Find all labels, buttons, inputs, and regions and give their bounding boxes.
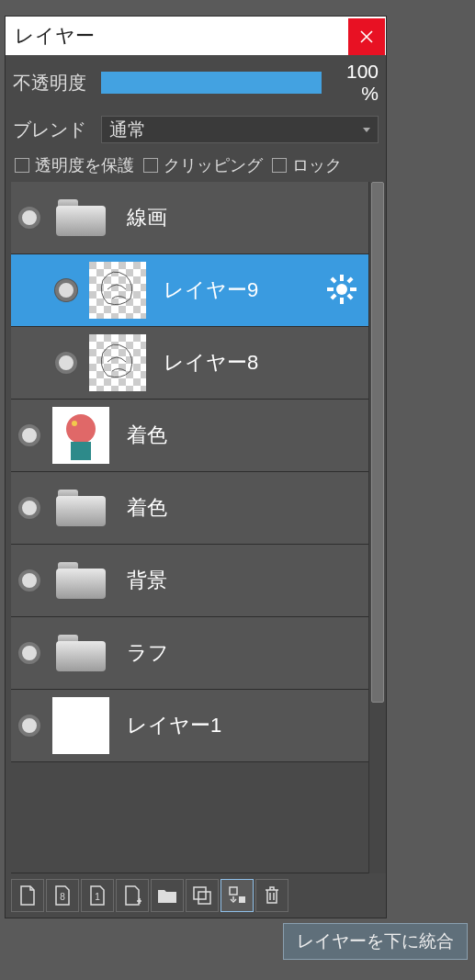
folder-icon	[56, 490, 106, 526]
layer-row[interactable]: 背景	[11, 545, 368, 617]
layer-name: レイヤー1	[114, 712, 368, 739]
layer-name: 着色	[114, 422, 368, 449]
svg-rect-3	[327, 287, 334, 291]
layer-thumbnail	[48, 405, 114, 466]
folder-icon	[56, 199, 106, 236]
layer-row[interactable]: レイヤー9	[11, 254, 368, 327]
panel-title: レイヤー	[6, 23, 95, 49]
layer-row[interactable]: レイヤー8	[11, 327, 368, 400]
layer-visibility-toggle[interactable]	[48, 352, 85, 374]
svg-rect-14	[194, 887, 206, 899]
blend-row: ブレンド 通常	[6, 110, 386, 149]
layer-thumbnail	[48, 187, 114, 248]
svg-point-11	[72, 421, 77, 426]
svg-rect-6	[346, 293, 353, 299]
opacity-row: 不透明度 100 %	[6, 55, 386, 110]
layer-thumbnail	[85, 332, 151, 393]
layer-visibility-toggle[interactable]	[48, 279, 85, 301]
svg-rect-4	[350, 287, 356, 291]
protect-opacity-checkbox[interactable]: 透明度を保護	[11, 152, 138, 178]
svg-point-0	[336, 284, 347, 295]
layer-name: レイヤー8	[151, 349, 368, 377]
layer-row[interactable]: レイヤー1	[11, 690, 368, 762]
svg-rect-1	[340, 275, 344, 281]
layer-visibility-toggle[interactable]	[11, 207, 48, 229]
new-layer-button[interactable]	[11, 879, 44, 912]
layer-name: レイヤー9	[151, 276, 326, 304]
layer-visibility-toggle[interactable]	[11, 642, 48, 664]
new-folder-button[interactable]	[151, 879, 184, 912]
layer-row[interactable]: 着色	[11, 400, 368, 472]
new-layer-1bit-button[interactable]: 1	[81, 879, 114, 912]
layer-name: 線画	[114, 204, 368, 231]
add-layer-button[interactable]	[116, 879, 149, 912]
blend-mode-value: 通常	[109, 118, 146, 142]
svg-rect-5	[330, 276, 336, 283]
layer-name: 着色	[114, 494, 368, 522]
merge-down-button[interactable]	[221, 879, 254, 912]
layer-row[interactable]: 着色	[11, 472, 368, 545]
folder-icon	[56, 635, 106, 671]
folder-icon	[56, 562, 106, 599]
layer-visibility-toggle[interactable]	[11, 569, 48, 591]
layers-panel: レイヤー 不透明度 100 % ブレンド 通常 透明度を保護 クリッピング ロッ…	[6, 17, 386, 918]
scrollbar[interactable]	[368, 182, 386, 873]
layer-name: ラフ	[114, 639, 368, 667]
panel-titlebar[interactable]: レイヤー	[6, 17, 386, 55]
blend-label: ブレンド	[13, 118, 101, 142]
layer-list: 線画レイヤー9レイヤー8着色着色背景ラフレイヤー1	[11, 182, 368, 873]
blend-mode-select[interactable]: 通常	[101, 116, 379, 143]
close-button[interactable]	[348, 18, 385, 55]
layer-thumbnail	[48, 478, 114, 538]
layer-options-row: 透明度を保護 クリッピング ロック	[6, 149, 386, 182]
dropdown-caret-icon	[363, 128, 370, 132]
layer-thumbnail	[85, 260, 151, 321]
opacity-slider[interactable]	[101, 72, 322, 94]
layer-toolbar: 8 1	[6, 873, 386, 918]
svg-rect-17	[239, 896, 245, 903]
opacity-value: 100 %	[322, 61, 379, 105]
svg-rect-7	[346, 276, 353, 283]
new-layer-8bit-button[interactable]: 8	[46, 879, 79, 912]
layer-visibility-toggle[interactable]	[11, 497, 48, 519]
layer-visibility-toggle[interactable]	[11, 715, 48, 737]
svg-rect-10	[71, 442, 91, 460]
svg-rect-15	[198, 892, 210, 904]
layers-container: 線画レイヤー9レイヤー8着色着色背景ラフレイヤー1	[6, 182, 386, 873]
clipping-checkbox[interactable]: クリッピング	[140, 152, 266, 178]
svg-rect-2	[340, 298, 344, 304]
svg-point-9	[66, 414, 96, 444]
layer-thumbnail	[48, 550, 114, 611]
svg-rect-8	[330, 293, 336, 299]
duplicate-layer-button[interactable]	[186, 879, 219, 912]
layer-row[interactable]: 線画	[11, 182, 368, 254]
scrollbar-thumb[interactable]	[371, 182, 384, 703]
opacity-label: 不透明度	[13, 71, 101, 96]
layer-name: 背景	[114, 567, 368, 594]
tooltip: レイヤーを下に統合	[283, 923, 468, 960]
layer-row[interactable]: ラフ	[11, 617, 368, 690]
svg-rect-16	[230, 887, 237, 895]
svg-text:1: 1	[95, 892, 100, 902]
layer-visibility-toggle[interactable]	[11, 424, 48, 446]
gear-icon[interactable]	[326, 274, 359, 307]
svg-text:8: 8	[60, 892, 65, 902]
layer-thumbnail	[48, 623, 114, 683]
delete-layer-button[interactable]	[255, 879, 288, 912]
lock-checkbox[interactable]: ロック	[268, 152, 345, 178]
layer-thumbnail	[48, 695, 114, 756]
